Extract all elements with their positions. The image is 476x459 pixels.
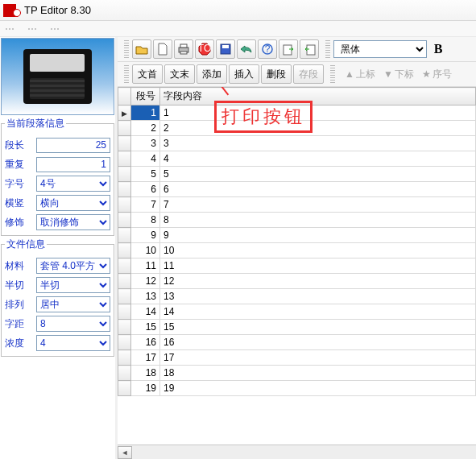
doc-end-button[interactable]: 文末 [164, 64, 195, 84]
row-indicator[interactable] [118, 289, 131, 304]
table-row[interactable]: 1515 [118, 320, 476, 335]
spacing-select[interactable]: 8 [36, 316, 110, 332]
table-row[interactable]: 44 [118, 151, 476, 167]
row-indicator[interactable] [118, 350, 131, 366]
row-content-cell[interactable]: 9 [160, 228, 476, 243]
row-indicator[interactable] [118, 320, 131, 335]
doc-start-button[interactable]: 文首 [132, 64, 163, 84]
decoration-select[interactable]: 取消修饰 [36, 214, 110, 230]
segment-table[interactable]: 段号 字段内容 11223344556677889910101111121213… [118, 87, 476, 396]
row-indicator[interactable] [118, 366, 131, 381]
export-button[interactable] [300, 39, 319, 59]
menu-item[interactable]: ⋯ [50, 23, 60, 35]
row-indicator[interactable] [118, 151, 131, 167]
row-indicator[interactable] [118, 335, 131, 350]
row-content-cell[interactable]: 11 [160, 258, 476, 274]
row-indicator[interactable] [118, 105, 131, 121]
menu-item[interactable]: ⋯ [27, 23, 37, 35]
scroll-left-icon[interactable]: ◄ [118, 446, 132, 459]
font-size-select[interactable]: 4号 [36, 176, 110, 192]
row-indicator[interactable] [118, 228, 131, 243]
import-button[interactable] [279, 39, 298, 59]
row-number-cell[interactable]: 18 [131, 366, 160, 381]
row-number-cell[interactable]: 19 [131, 381, 160, 396]
undo-button[interactable] [237, 39, 256, 59]
bold-button[interactable]: B [428, 39, 448, 59]
row-number-cell[interactable]: 9 [131, 228, 160, 243]
table-row[interactable]: 22 [118, 121, 476, 136]
len-value[interactable]: 25 [36, 138, 110, 153]
row-number-cell[interactable]: 6 [131, 182, 160, 197]
row-indicator[interactable] [118, 197, 131, 213]
arrange-select[interactable]: 居中 [36, 296, 110, 312]
table-row[interactable]: 1010 [118, 243, 476, 258]
table-row[interactable]: 1919 [118, 381, 476, 396]
stop-button[interactable]: STOP [195, 39, 214, 59]
row-indicator[interactable] [118, 258, 131, 274]
insert-button[interactable]: 插入 [229, 64, 259, 84]
row-indicator[interactable] [118, 381, 131, 396]
table-row[interactable]: 11 [118, 105, 476, 121]
row-indicator[interactable] [118, 304, 131, 320]
table-row[interactable]: 66 [118, 182, 476, 197]
row-number-cell[interactable]: 10 [131, 243, 160, 258]
row-content-cell[interactable]: 17 [160, 350, 476, 366]
row-indicator[interactable] [118, 136, 131, 151]
row-number-cell[interactable]: 13 [131, 289, 160, 304]
row-indicator[interactable] [118, 182, 131, 197]
save-button[interactable] [216, 39, 235, 59]
add-button[interactable]: 添加 [197, 64, 227, 84]
row-content-cell[interactable]: 7 [160, 197, 476, 213]
row-content-cell[interactable]: 1 [160, 105, 476, 121]
row-content-cell[interactable]: 18 [160, 366, 476, 381]
table-row[interactable]: 1717 [118, 350, 476, 366]
row-content-cell[interactable]: 6 [160, 182, 476, 197]
row-number-cell[interactable]: 11 [131, 258, 160, 274]
row-indicator[interactable] [118, 121, 131, 136]
horizontal-scrollbar[interactable]: ◄ [118, 445, 476, 459]
row-indicator[interactable] [118, 213, 131, 228]
row-number-cell[interactable]: 4 [131, 151, 160, 167]
table-row[interactable]: 1212 [118, 274, 476, 289]
table-row[interactable]: 1313 [118, 289, 476, 304]
row-content-cell[interactable]: 10 [160, 243, 476, 258]
density-select[interactable]: 4 [36, 335, 110, 351]
table-row[interactable]: 99 [118, 228, 476, 243]
table-row[interactable]: 88 [118, 213, 476, 228]
table-row[interactable]: 1818 [118, 366, 476, 381]
row-content-cell[interactable]: 2 [160, 121, 476, 136]
row-number-cell[interactable]: 8 [131, 213, 160, 228]
material-select[interactable]: 套管 4.0平方 [36, 258, 110, 274]
print-button[interactable] [174, 39, 193, 59]
delete-segment-button[interactable]: 删段 [261, 64, 292, 84]
new-button[interactable] [153, 39, 172, 59]
row-content-cell[interactable]: 16 [160, 335, 476, 350]
row-number-cell[interactable]: 15 [131, 320, 160, 335]
row-content-cell[interactable]: 5 [160, 167, 476, 182]
table-row[interactable]: 1111 [118, 258, 476, 274]
row-number-cell[interactable]: 16 [131, 335, 160, 350]
row-indicator[interactable] [118, 167, 131, 182]
table-row[interactable]: 1616 [118, 335, 476, 350]
row-indicator[interactable] [118, 243, 131, 258]
repeat-value[interactable]: 1 [36, 157, 110, 172]
col-number-header[interactable]: 段号 [131, 88, 160, 105]
row-content-cell[interactable]: 8 [160, 213, 476, 228]
row-content-cell[interactable]: 14 [160, 304, 476, 320]
row-indicator[interactable] [118, 274, 131, 289]
table-row[interactable]: 55 [118, 167, 476, 182]
font-family-select[interactable]: 黑体 [333, 40, 427, 58]
table-row[interactable]: 33 [118, 136, 476, 151]
row-content-cell[interactable]: 12 [160, 274, 476, 289]
row-content-cell[interactable]: 19 [160, 381, 476, 396]
table-row[interactable]: 77 [118, 197, 476, 213]
row-content-cell[interactable]: 15 [160, 320, 476, 335]
open-button[interactable] [132, 39, 151, 59]
col-content-header[interactable]: 字段内容 [160, 88, 476, 105]
row-content-cell[interactable]: 13 [160, 289, 476, 304]
row-number-cell[interactable]: 7 [131, 197, 160, 213]
menu-item[interactable]: ⋯ [5, 23, 14, 35]
row-content-cell[interactable]: 4 [160, 151, 476, 167]
row-content-cell[interactable]: 3 [160, 136, 476, 151]
cut-select[interactable]: 半切 [36, 277, 110, 293]
